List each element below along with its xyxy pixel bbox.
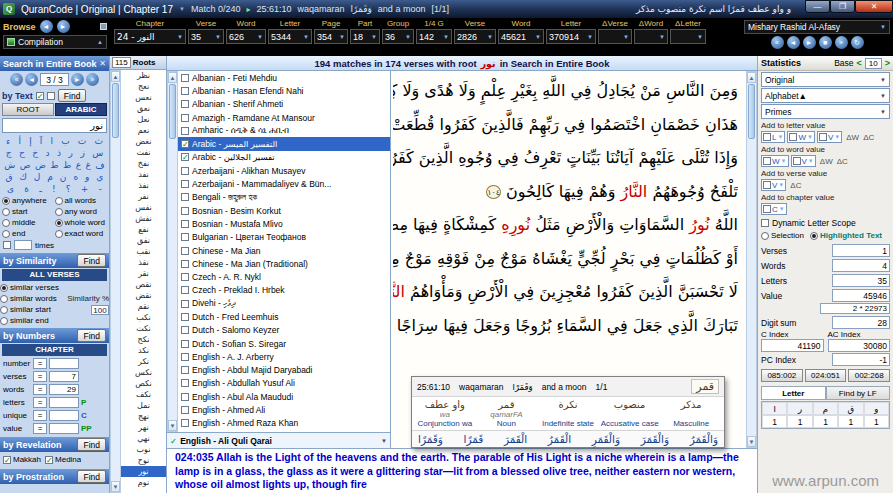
keyboard-key[interactable]: ذ bbox=[57, 147, 61, 159]
word-option-any-word[interactable]: any word bbox=[55, 206, 108, 217]
match-word[interactable]: النَّارُ bbox=[621, 182, 648, 201]
scroll-down-icon[interactable]: ▼ bbox=[168, 420, 177, 431]
translation-checkbox[interactable] bbox=[181, 419, 189, 427]
root-item[interactable]: نور bbox=[121, 466, 166, 477]
scrollbar-thumb[interactable] bbox=[748, 84, 755, 139]
translation-checkbox[interactable] bbox=[181, 353, 189, 361]
translation-checkbox[interactable] bbox=[181, 273, 189, 281]
word-option-whole-word[interactable]: whole word bbox=[55, 217, 108, 228]
translation-row[interactable]: English - Ahmed Raza Khan bbox=[178, 417, 390, 430]
word-variant[interactable]: الْقَمَرُ bbox=[548, 433, 571, 445]
addto-w-dropdown[interactable]: W▼ bbox=[787, 131, 815, 143]
prev-result-button[interactable]: ◄ bbox=[25, 73, 38, 86]
base-decrement-button[interactable]: < bbox=[857, 58, 862, 68]
root-item[interactable]: نفع bbox=[121, 224, 166, 235]
toolbar-column-value[interactable]: ▼ bbox=[670, 29, 706, 44]
translation-checkbox[interactable] bbox=[181, 114, 189, 122]
keyboard-key[interactable]: ي bbox=[96, 171, 103, 183]
root-item[interactable]: نقذ bbox=[121, 257, 166, 268]
toolbar-column-value[interactable]: 18▼ bbox=[350, 29, 380, 44]
root-item[interactable]: نوح bbox=[121, 455, 166, 466]
keyboard-key[interactable]: غ bbox=[86, 159, 91, 171]
browse-back-button[interactable]: ◄ bbox=[40, 20, 53, 33]
root-item[interactable]: نهي bbox=[121, 433, 166, 444]
chevron-down-icon[interactable]: ▼ bbox=[179, 6, 185, 12]
keyboard-key[interactable]: + bbox=[81, 183, 89, 195]
keyboard-key[interactable]: ص bbox=[20, 159, 31, 171]
keyboard-key[interactable]: ز bbox=[80, 147, 84, 159]
toolbar-column-value[interactable]: 36▼ bbox=[382, 29, 414, 44]
word-option-exact-word[interactable]: exact word bbox=[55, 228, 108, 239]
similarity-option-similar-start[interactable]: similar start100 bbox=[0, 304, 109, 315]
root-item[interactable]: نفخ bbox=[121, 158, 166, 169]
toolbar-column-value[interactable]: 24 - النور▼ bbox=[114, 29, 186, 44]
translation-row[interactable]: Arabic - التفسير الميسر bbox=[178, 137, 390, 150]
stats-dropdown-original[interactable]: Original▼ bbox=[761, 72, 890, 87]
translation-checkbox[interactable] bbox=[181, 313, 189, 321]
stats-dropdown-primes[interactable]: Primes▼ bbox=[761, 104, 890, 119]
translation-row[interactable]: Albanian - Sherif Ahmeti bbox=[178, 98, 390, 111]
times-input[interactable] bbox=[14, 240, 32, 250]
translation-row[interactable]: Azerbaijani - Mammadaliyev & Bün... bbox=[178, 177, 390, 190]
translation-checkbox[interactable] bbox=[181, 286, 189, 294]
keyboard-key[interactable]: ن bbox=[60, 171, 67, 183]
close-button[interactable]: ✕ bbox=[855, 0, 893, 13]
keyboard-key[interactable]: ت bbox=[78, 135, 86, 147]
root-item[interactable]: نكد bbox=[121, 345, 166, 356]
keyboard-key[interactable]: ف bbox=[95, 159, 104, 171]
addto-l-dropdown[interactable]: L▼ bbox=[761, 131, 785, 143]
operator-dropdown[interactable]: = bbox=[33, 423, 47, 434]
keyboard-key[interactable]: ع bbox=[76, 159, 81, 171]
translation-checkbox[interactable] bbox=[181, 74, 189, 82]
checkbox-icon[interactable] bbox=[789, 133, 797, 141]
root-item[interactable]: نكف bbox=[121, 389, 166, 400]
translation-checkbox[interactable] bbox=[181, 87, 189, 95]
roots-scrollbar[interactable]: ▲ ▼ bbox=[110, 70, 121, 493]
numbers-row-input[interactable]: 7 bbox=[49, 371, 79, 382]
root-item[interactable]: نقر bbox=[121, 268, 166, 279]
scope-option-end[interactable]: end bbox=[2, 228, 55, 239]
stats-dropdown-alphabet[interactable]: Alphabet▲▼ bbox=[761, 88, 890, 103]
translation-row[interactable]: Bosnian - Besim Korkut bbox=[178, 204, 390, 217]
translation-row[interactable]: Albanian - Hasan Efendi Nahi bbox=[178, 84, 390, 97]
translation-row[interactable]: Dutch - Sofian S. Siregar bbox=[178, 337, 390, 350]
operator-dropdown[interactable]: = bbox=[33, 397, 47, 408]
root-item[interactable]: نكب bbox=[121, 312, 166, 323]
addto-w-dropdown[interactable]: W▼ bbox=[761, 155, 789, 167]
numbers-row-input[interactable]: 29 bbox=[49, 384, 79, 395]
address-button[interactable]: 085:002 bbox=[761, 369, 803, 382]
keyboard-key[interactable]: ؟ bbox=[66, 183, 71, 195]
similarity-option-similar-verses[interactable]: similar verses bbox=[0, 282, 109, 293]
operator-dropdown[interactable]: = bbox=[33, 371, 47, 382]
keyboard-key[interactable]: ل bbox=[34, 171, 41, 183]
translation-checkbox[interactable] bbox=[181, 233, 189, 241]
keyboard-key[interactable]: خ bbox=[32, 147, 38, 159]
root-item[interactable]: نعج bbox=[121, 81, 166, 92]
keyboard-key[interactable]: م bbox=[47, 171, 53, 183]
player-play-button[interactable]: ► bbox=[803, 36, 816, 49]
root-item[interactable]: نفس bbox=[121, 202, 166, 213]
translation-checkbox[interactable] bbox=[181, 220, 189, 228]
player-prev-button[interactable]: ◄ bbox=[787, 36, 800, 49]
root-item[interactable]: نفر bbox=[121, 191, 166, 202]
keyboard-key[interactable]: - bbox=[99, 183, 102, 195]
word-variant[interactable]: وَقَمَرًا bbox=[418, 433, 443, 445]
translation-checkbox[interactable] bbox=[181, 153, 189, 161]
root-item[interactable]: نعل bbox=[121, 114, 166, 125]
toolbar-column-value[interactable]: 370914▼ bbox=[546, 29, 596, 44]
root-item[interactable]: نقب bbox=[121, 246, 166, 257]
root-item[interactable]: نقض bbox=[121, 290, 166, 301]
revelation-option-makkah[interactable]: Makkah bbox=[3, 454, 41, 465]
last-result-button[interactable]: » bbox=[86, 73, 99, 86]
titlebar[interactable]: Q QuranCode | Original | Chapter 17 ▼ Ma… bbox=[0, 0, 893, 18]
keyboard-key[interactable]: ! bbox=[52, 183, 56, 195]
stats-scope-selection[interactable]: Selection bbox=[761, 230, 804, 241]
scope-option-middle[interactable]: middle bbox=[2, 217, 55, 228]
match-word[interactable]: النَّارُ bbox=[393, 282, 405, 301]
translation-row[interactable]: Amharic - ሰዲቅ & ሳኒ ሐቢብ bbox=[178, 124, 390, 137]
base-increment-button[interactable]: > bbox=[885, 58, 890, 68]
keyboard-key[interactable]: ط bbox=[50, 159, 58, 171]
scope-option-anywhere[interactable]: anywhere bbox=[2, 195, 55, 206]
root-item[interactable]: نفد bbox=[121, 169, 166, 180]
stats-tab-find-by-lf[interactable]: Find by LF bbox=[826, 386, 891, 400]
